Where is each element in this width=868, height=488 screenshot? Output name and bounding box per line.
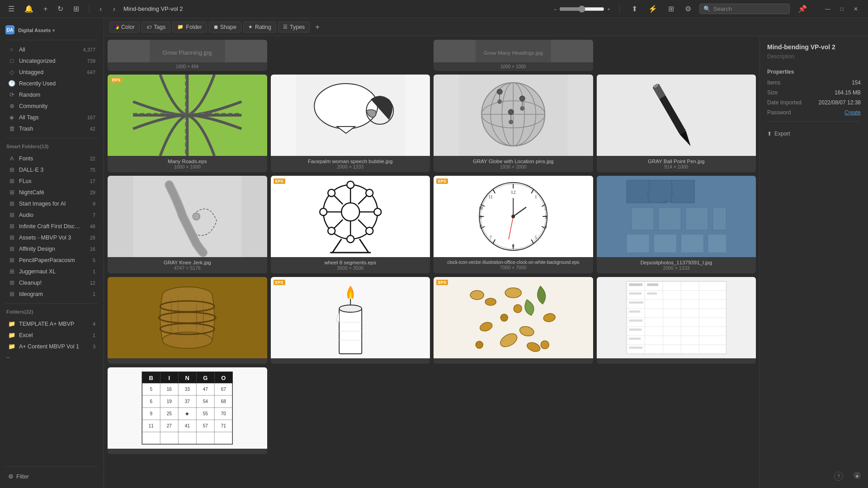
refresh-button[interactable]: ↻ bbox=[55, 3, 66, 15]
sidebar-item-uncategorized[interactable]: □ Uncategorized 739 bbox=[2, 55, 102, 66]
fonts-icon: A bbox=[8, 155, 15, 162]
add-button[interactable]: + bbox=[41, 3, 50, 15]
item-info-2: Facepalm woman speech bubble.jpg 2000 × … bbox=[271, 156, 430, 172]
gallery-item-partial-1[interactable]: Grow Planning.jpg 1600 × 494 bbox=[108, 40, 267, 71]
gallery-item-globe[interactable]: GRAY Globe with Location pins.jpg 1936 ×… bbox=[434, 75, 593, 172]
sidebar-item-all[interactable]: ○ All 4,377 bbox=[2, 44, 102, 55]
sidebar-item-recently-used[interactable]: 🕐 Recently Used bbox=[2, 78, 102, 89]
maximize-button[interactable]: □ bbox=[836, 4, 848, 14]
svg-rect-137 bbox=[629, 338, 641, 340]
sidebar-item-aplus[interactable]: 📁 A+ Content MBVP Vol 1 3 bbox=[2, 341, 102, 352]
shape-filter[interactable]: ◼ Shape bbox=[209, 22, 241, 33]
scroll-up-icon: ▲ bbox=[855, 473, 859, 478]
sidebar-item-audio[interactable]: ⊞ Audio 7 bbox=[2, 209, 102, 221]
svg-text:9: 9 bbox=[480, 215, 482, 220]
right-panel: Mind-bending VP-vol 2 Description Proper… bbox=[760, 36, 868, 488]
sidebar-item-start-images[interactable]: ⊞ Start Images for AI 9 bbox=[2, 198, 102, 209]
svg-text:2: 2 bbox=[545, 206, 547, 211]
random-icon: ⟳ bbox=[8, 91, 15, 98]
add-filter-button[interactable]: + bbox=[311, 21, 323, 33]
layout-button[interactable]: ⊞ bbox=[71, 3, 82, 15]
eps-badge-candle: EPS bbox=[274, 280, 285, 285]
gallery-item-barrel[interactable] bbox=[108, 277, 267, 364]
gallery-item-knee[interactable]: GRAY Knee Jerk.jpg 4747 × 5176 bbox=[108, 176, 267, 273]
gallery-item-chart[interactable] bbox=[597, 277, 756, 364]
bolt-icon[interactable]: ⚡ bbox=[646, 3, 660, 15]
export-button[interactable]: ⬆ Export bbox=[767, 127, 790, 141]
grid-icon[interactable]: ⊞ bbox=[665, 3, 677, 15]
svg-point-104 bbox=[470, 291, 484, 300]
share-icon[interactable]: ⬆ bbox=[629, 3, 640, 15]
divider-1 bbox=[5, 40, 98, 40]
svg-text:Grow Many Headings.jpg: Grow Many Headings.jpg bbox=[484, 50, 543, 56]
sidebar-item-nightcafe[interactable]: ⊞ NightCafé 29 bbox=[2, 187, 102, 198]
gallery-item-puzzle[interactable]: Depositphotos_11379391_l.jpg 2000 × 1333 bbox=[597, 176, 756, 273]
gallery-item-candle[interactable]: EPS bbox=[271, 277, 430, 364]
search-input[interactable] bbox=[713, 5, 777, 12]
filter-button[interactable]: ⚙ Filter bbox=[2, 470, 102, 483]
forward-button[interactable]: › bbox=[110, 4, 118, 14]
zoom-plus-icon: + bbox=[607, 6, 610, 12]
svg-text:Grow Planning.jpg: Grow Planning.jpg bbox=[163, 49, 212, 56]
pin-icon[interactable]: 📌 bbox=[795, 3, 810, 15]
svg-point-50 bbox=[320, 208, 327, 216]
nightcafe-icon: ⊞ bbox=[8, 189, 15, 196]
gallery-item-many-roads[interactable]: EPS bbox=[108, 75, 267, 172]
property-size: Size 164.15 MB bbox=[767, 89, 861, 96]
sidebar-item-random[interactable]: ⟳ Random bbox=[2, 89, 102, 100]
gallery-item-bingo[interactable]: B I N G O bbox=[108, 367, 267, 454]
sidebar-item-assets-mbvp[interactable]: ⊞ Assets - MBVP Vol 3 28 bbox=[2, 232, 102, 243]
svg-text:1: 1 bbox=[535, 194, 537, 199]
sidebar-item-ideogram[interactable]: ⊞ Ideogram 1 bbox=[2, 288, 102, 300]
sidebar-item-all-tags[interactable]: ◈ All Tags 167 bbox=[2, 112, 102, 123]
app-name-chevron: ▾ bbox=[52, 28, 55, 33]
folder-filter[interactable]: 📁 Folder bbox=[172, 22, 207, 33]
color-filter[interactable]: Color bbox=[109, 22, 140, 33]
gallery-item-pen[interactable]: GRAY Ball Point Pen.jpg 914 × 1000 bbox=[597, 75, 756, 172]
svg-text:54: 54 bbox=[203, 399, 208, 404]
folders-header: Folders(22) bbox=[0, 305, 104, 316]
gallery-item-wheel[interactable]: EPS bbox=[271, 176, 430, 273]
gallery-item-partial-2[interactable]: Grow Many Headings.jpg 1000 × 1000 bbox=[434, 40, 593, 71]
back-button[interactable]: ‹ bbox=[97, 4, 104, 14]
svg-text:33: 33 bbox=[185, 387, 190, 392]
types-filter[interactable]: ☰ Types bbox=[278, 22, 310, 33]
sidebar-item-affinity[interactable]: ⊞ Affinity Design 16 bbox=[2, 243, 102, 254]
item-info-1: Many Roads.eps 1000 × 1000 bbox=[108, 156, 267, 172]
svg-text:55: 55 bbox=[203, 411, 208, 416]
svg-text:37: 37 bbox=[185, 399, 190, 404]
menu-button[interactable]: ☰ bbox=[5, 4, 17, 14]
tags-filter[interactable]: 🏷 Tags bbox=[142, 22, 170, 33]
svg-rect-134 bbox=[629, 310, 640, 313]
sidebar-item-untagged[interactable]: ◇ Untagged 647 bbox=[2, 66, 102, 78]
rating-filter[interactable]: ★ Rating bbox=[243, 22, 276, 33]
sidebar-item-template[interactable]: 📁 TEMPLATE A+ MBVP 4 bbox=[2, 318, 102, 329]
sidebar-item-community[interactable]: ⊕ Community bbox=[2, 100, 102, 112]
gallery-item-clock[interactable]: EPS bbox=[434, 176, 593, 273]
gallery-item-facepalm[interactable]: Facepalm woman speech bubble.jpg 2000 × … bbox=[271, 75, 430, 172]
help-button[interactable]: ? bbox=[834, 472, 843, 481]
minimize-button[interactable]: — bbox=[821, 4, 835, 14]
sidebar-item-cleanup[interactable]: ⊞ Cleanup! 12 bbox=[2, 277, 102, 288]
filter-icon[interactable]: ⚙ bbox=[682, 3, 694, 15]
search-box[interactable]: 🔍 bbox=[699, 4, 790, 14]
bell-icon[interactable]: 🔔 bbox=[22, 3, 36, 15]
sidebar-item-flux[interactable]: ⊞ FLux 17 bbox=[2, 175, 102, 187]
sidebar-item-pencil[interactable]: ⊞ PencilPaperParacosm 5 bbox=[2, 254, 102, 266]
sidebar-item-infinite-craft[interactable]: ⊞ Infinite Craft First Discov... 48 bbox=[2, 221, 102, 232]
close-button[interactable]: ✕ bbox=[849, 4, 863, 14]
svg-point-35 bbox=[193, 213, 200, 220]
sidebar-item-excel[interactable]: 📁 Excel 1 bbox=[2, 329, 102, 341]
password-create-link[interactable]: Create bbox=[844, 109, 861, 116]
scroll-top-button[interactable]: ▲ bbox=[854, 472, 861, 479]
item-info-3: GRAY Globe with Location pins.jpg 1936 ×… bbox=[434, 156, 593, 172]
svg-rect-131 bbox=[629, 292, 642, 295]
gallery-item-nuts[interactable]: EPS bbox=[434, 277, 593, 364]
sidebar-item-trash[interactable]: 🗑 Trash 42 bbox=[2, 123, 102, 134]
sidebar-item-juggernaut[interactable]: ⊞ Juggernaut XL 1 bbox=[2, 266, 102, 277]
zoom-slider[interactable] bbox=[559, 5, 604, 13]
sidebar-item-fonts[interactable]: A Fonts 22 bbox=[2, 153, 102, 164]
svg-point-52 bbox=[366, 227, 373, 235]
sidebar-item-dalle3[interactable]: ⊞ DALL-E 3 75 bbox=[2, 164, 102, 175]
svg-text:3: 3 bbox=[545, 215, 547, 220]
